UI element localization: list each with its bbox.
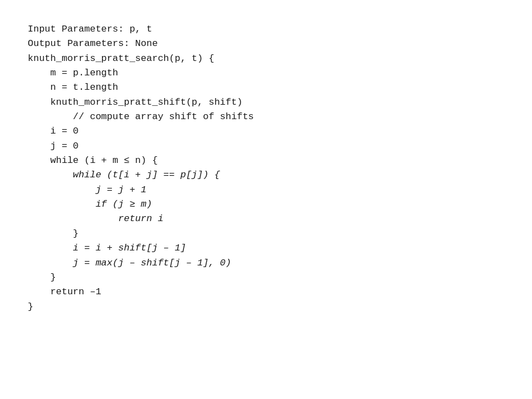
- code-line: knuth_morris_pratt_search(p, t) {: [28, 52, 504, 66]
- code-line: knuth_morris_pratt_shift(p, shift): [28, 95, 504, 110]
- code-line: while (t[i + j] == p[j]) {: [28, 168, 504, 182]
- code-line: i = 0: [28, 124, 504, 139]
- code-line: m = p.length: [28, 66, 504, 80]
- code-line: i = i + shift[j – 1]: [28, 241, 504, 255]
- code-line: if (j ≥ m): [28, 197, 504, 212]
- code-block: Input Parameters: p, tOutput Parameters:…: [0, 0, 532, 336]
- code-line: }: [28, 270, 504, 285]
- code-line: // compute array shift of shifts: [28, 110, 504, 124]
- code-line: j = j + 1: [28, 183, 504, 197]
- code-line: Output Parameters: None: [28, 37, 504, 51]
- code-line: return –1: [28, 285, 504, 299]
- code-line: j = 0: [28, 139, 504, 154]
- code-line: while (i + m ≤ n) {: [28, 154, 504, 168]
- code-line: }: [28, 227, 504, 241]
- code-line: j = max(j – shift[j – 1], 0): [28, 256, 504, 270]
- code-line: Input Parameters: p, t: [28, 22, 504, 37]
- code-line: }: [28, 300, 504, 314]
- code-line: n = t.length: [28, 80, 504, 95]
- code-line: return i: [28, 212, 504, 226]
